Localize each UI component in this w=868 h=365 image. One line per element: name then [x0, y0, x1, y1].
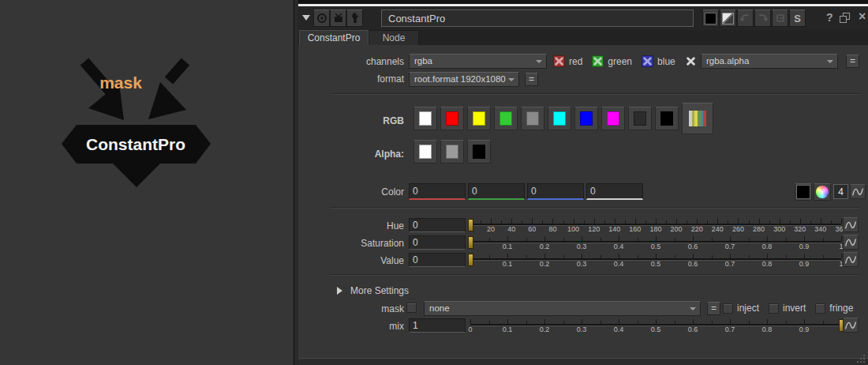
colorbars-preset-button[interactable] — [682, 103, 713, 134]
color-wheel-button[interactable] — [814, 183, 831, 201]
slider-tick-label: 160 — [629, 225, 641, 233]
mix-field[interactable] — [409, 318, 466, 333]
center-node-button[interactable] — [313, 9, 330, 27]
rgb-swatch-button[interactable] — [413, 107, 437, 130]
blue-channel-label: blue — [657, 56, 675, 67]
rgb-swatch-button[interactable] — [655, 107, 679, 130]
fringe-checkbox[interactable] — [815, 303, 825, 314]
slider-tick — [656, 219, 657, 224]
inject-checkbox[interactable] — [723, 303, 733, 314]
redo-button[interactable] — [754, 9, 771, 27]
monitor-output-button[interactable] — [330, 9, 346, 27]
value-animation-button[interactable] — [843, 252, 859, 267]
slider-handle[interactable] — [468, 219, 473, 231]
value-slider[interactable]: 00.10.20.30.40.50.60.70.80.91 — [470, 253, 841, 268]
saturation-animation-button[interactable] — [843, 235, 859, 250]
tab-constantpro[interactable]: ConstantPro — [299, 30, 369, 45]
red-channel-checkbox[interactable] — [553, 55, 565, 67]
gl-color-button[interactable] — [720, 9, 736, 27]
rgb-swatch-button[interactable] — [494, 107, 518, 130]
alpha-swatch-button[interactable] — [440, 140, 464, 164]
channels-expression-button[interactable]: = — [846, 55, 859, 68]
hue-label: Hue — [301, 220, 404, 231]
slider-handle[interactable] — [468, 254, 473, 266]
channel-count-button[interactable]: 4 — [833, 184, 848, 199]
slider-tick — [749, 255, 750, 258]
format-dropdown[interactable]: root.format 1920x1080 — [409, 72, 519, 87]
undo-button[interactable] — [737, 9, 754, 27]
slider-tick-label: 0.9 — [799, 260, 810, 268]
slider-tick-label: 0.2 — [540, 325, 550, 333]
revert-button[interactable] — [772, 9, 788, 27]
color-swatch-button[interactable] — [795, 183, 812, 201]
alpha-channel-dropdown[interactable]: rgba.alpha — [701, 54, 838, 69]
color-value-field-2[interactable] — [527, 183, 584, 200]
mask-enable-checkbox[interactable] — [406, 303, 417, 313]
slider-tick — [604, 220, 605, 224]
color-value-field-3[interactable] — [586, 183, 643, 200]
curve-icon — [844, 254, 857, 265]
blue-channel-checkbox[interactable] — [642, 55, 653, 67]
alpha-channel-checkbox[interactable] — [685, 55, 697, 67]
node-settings-button[interactable] — [346, 9, 363, 27]
slider-tick — [738, 219, 739, 224]
alpha-swatch-button[interactable] — [413, 140, 437, 164]
node-name-field[interactable] — [381, 9, 694, 27]
slider-tick-label: 0.8 — [762, 243, 773, 250]
rgb-swatch-button[interactable] — [601, 107, 625, 130]
nuke-window: ConstantPro mask — [0, 0, 868, 365]
node-color-button[interactable] — [702, 9, 719, 27]
hue-slider[interactable]: 0204060801001201401601802002202402602803… — [470, 218, 841, 233]
value-field[interactable] — [409, 253, 466, 267]
color-animation-button[interactable] — [850, 184, 866, 199]
hue-field[interactable] — [409, 218, 466, 232]
mask-expression-button[interactable]: = — [707, 302, 720, 315]
help-button[interactable]: ? — [821, 10, 838, 24]
hue-animation-button[interactable] — [843, 217, 859, 232]
mask-dropdown[interactable]: none — [424, 301, 701, 316]
slider-handle[interactable] — [468, 236, 473, 249]
alpha-swatch-button[interactable] — [467, 140, 491, 164]
rgb-swatch-button[interactable] — [521, 107, 544, 130]
rgb-swatch-button[interactable] — [574, 107, 598, 130]
invert-checkbox[interactable] — [769, 303, 779, 314]
curve-icon — [844, 220, 857, 230]
panel-menu-dropdown-icon[interactable] — [302, 15, 310, 21]
slider-tick — [507, 254, 508, 258]
more-settings-label[interactable]: More Settings — [350, 285, 409, 296]
mix-slider[interactable]: 00.10.20.30.40.50.60.70.80.91 — [470, 318, 841, 333]
slider-tick — [563, 255, 564, 258]
node-graph-pane[interactable]: ConstantPro mask — [0, 0, 294, 365]
invert-label: invert — [783, 303, 806, 314]
slider-tick — [693, 254, 694, 258]
saturation-slider[interactable]: 00.10.20.30.40.50.60.70.80.91 — [470, 235, 841, 250]
color-value-field-0[interactable] — [409, 183, 466, 200]
float-panel-button[interactable] — [840, 13, 850, 23]
rgb-swatch-button[interactable] — [628, 107, 652, 130]
curve-icon — [844, 320, 857, 330]
rgb-swatch-chip — [607, 111, 619, 126]
red-channel-label: red — [569, 56, 582, 67]
resize-grip[interactable] — [857, 355, 866, 363]
mix-animation-button[interactable] — [843, 318, 859, 333]
format-expression-button[interactable]: = — [525, 73, 538, 86]
slider-tick — [507, 319, 508, 324]
slider-tick — [767, 236, 768, 241]
s-button[interactable]: S — [789, 9, 806, 27]
channels-dropdown[interactable]: rgba — [409, 54, 547, 69]
rgb-swatch-button[interactable] — [440, 107, 464, 130]
slider-tick — [693, 236, 694, 241]
rgb-swatch-button[interactable] — [467, 107, 491, 130]
more-settings-disclosure-icon[interactable] — [337, 287, 342, 295]
color-value-field-1[interactable] — [468, 183, 525, 200]
slider-tick — [600, 255, 601, 258]
rgb-swatch-button[interactable] — [548, 107, 571, 130]
saturation-field[interactable] — [409, 235, 466, 250]
close-panel-button[interactable]: × — [854, 9, 868, 24]
current-color-swatch — [796, 185, 810, 199]
tab-node[interactable]: Node — [369, 30, 419, 45]
format-dropdown-value: root.format 1920x1080 — [414, 74, 506, 84]
green-channel-checkbox[interactable] — [592, 55, 604, 67]
slider-tick-label: 200 — [671, 225, 683, 233]
alpha-presets-label: Alpha: — [301, 149, 404, 160]
